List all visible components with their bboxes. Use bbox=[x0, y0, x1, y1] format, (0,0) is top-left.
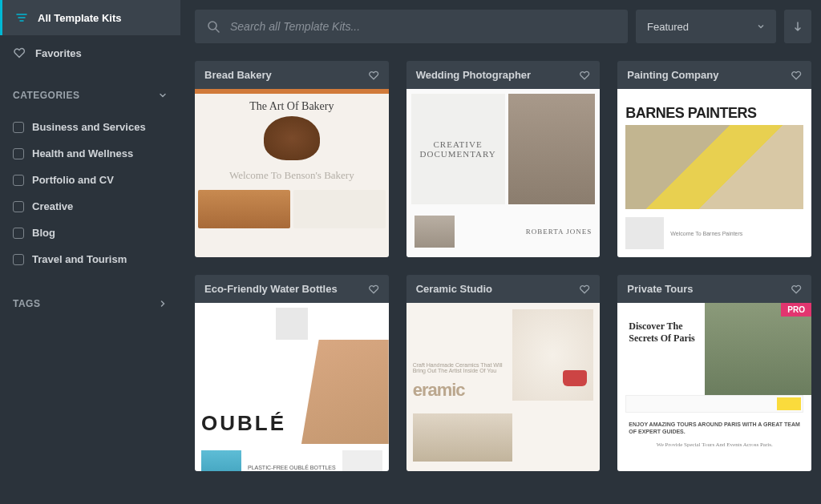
thumb-headline: Secrets Of Paris bbox=[629, 333, 705, 345]
card-title: Bread Bakery bbox=[204, 69, 272, 81]
pro-badge: PRO bbox=[781, 303, 811, 317]
card-title: Private Tours bbox=[627, 283, 693, 295]
category-label: Health and Wellness bbox=[32, 147, 133, 159]
thumb-logo: eramic bbox=[413, 380, 506, 401]
nav-label: All Template Kits bbox=[38, 12, 122, 24]
card-header: Bread Bakery bbox=[195, 61, 389, 89]
card-thumbnail: Craft Handmade Ceramics That Will Bring … bbox=[406, 303, 601, 471]
card-header: Painting Company bbox=[617, 61, 811, 89]
search-icon bbox=[206, 19, 220, 34]
sidebar: All Template Kits Favorites CATEGORIES B… bbox=[0, 0, 180, 504]
categories-section: CATEGORIES Business and Services Health … bbox=[0, 71, 180, 279]
checkbox[interactable] bbox=[13, 254, 24, 265]
template-grid: Bread Bakery The Art Of Bakery Welcome T… bbox=[195, 61, 811, 487]
chevron-right-icon bbox=[158, 299, 168, 308]
nav-favorites[interactable]: Favorites bbox=[0, 35, 180, 71]
card-header: Wedding Photographer bbox=[406, 61, 601, 89]
template-card-wedding-photographer[interactable]: Wedding Photographer CREATIVE DOCUMENTAR… bbox=[406, 61, 601, 257]
section-title: CATEGORIES bbox=[13, 90, 79, 101]
thumb-logo: OUBLÉ bbox=[201, 411, 286, 436]
card-title: Painting Company bbox=[627, 69, 718, 81]
template-card-private-tours[interactable]: Private Tours PRO Discover The Secrets O… bbox=[617, 275, 811, 471]
category-health-wellness[interactable]: Health and Wellness bbox=[13, 140, 168, 167]
favorite-button[interactable] bbox=[368, 70, 379, 81]
card-thumbnail: BARNES PAINTERS Welcome To Barnes Painte… bbox=[617, 89, 811, 257]
thumb-copy: Welcome To Barnes Painters bbox=[670, 231, 742, 236]
sort-value: Featured bbox=[647, 21, 689, 33]
thumb-name: ROBERTA JONES bbox=[459, 228, 592, 236]
heart-icon bbox=[13, 46, 26, 59]
section-title: TAGS bbox=[13, 298, 40, 309]
thumb-copy: PLASTIC-FREE OUBLÉ BOTTLES bbox=[246, 465, 338, 470]
template-card-eco-friendly-water-bottles[interactable]: Eco-Friendly Water Bottles OUBLÉ PLASTIC… bbox=[195, 275, 389, 471]
category-travel-tourism[interactable]: Travel and Tourism bbox=[13, 246, 168, 272]
search-wrap bbox=[195, 10, 628, 43]
category-label: Creative bbox=[32, 200, 73, 212]
category-creative[interactable]: Creative bbox=[13, 193, 168, 220]
favorite-button[interactable] bbox=[368, 284, 379, 295]
thumb-hero-text: The Art Of Bakery bbox=[195, 100, 389, 113]
category-label: Business and Services bbox=[32, 121, 146, 133]
categories-header[interactable]: CATEGORIES bbox=[13, 90, 168, 101]
category-blog[interactable]: Blog bbox=[13, 220, 168, 246]
tags-header[interactable]: TAGS bbox=[13, 298, 168, 309]
arrow-down-icon bbox=[792, 21, 803, 32]
checkbox[interactable] bbox=[13, 148, 24, 159]
template-card-ceramic-studio[interactable]: Ceramic Studio Craft Handmade Ceramics T… bbox=[406, 275, 601, 471]
thumb-copy: ENJOY AMAZING TOURS AROUND PARIS WITH A … bbox=[617, 413, 811, 438]
category-list: Business and Services Health and Wellnes… bbox=[13, 114, 168, 272]
template-card-bread-bakery[interactable]: Bread Bakery The Art Of Bakery Welcome T… bbox=[195, 61, 389, 257]
checkbox[interactable] bbox=[13, 201, 24, 212]
card-thumbnail: PRO Discover The Secrets Of Paris ENJOY … bbox=[617, 303, 811, 471]
category-portfolio-cv[interactable]: Portfolio and CV bbox=[13, 167, 168, 193]
thumb-headline: Discover The bbox=[629, 321, 705, 333]
thumb-welcome-text: Welcome To Benson's Bakery bbox=[195, 164, 389, 187]
topbar: Featured bbox=[195, 10, 811, 43]
main: Featured Bread Bakery The Art Of Ba bbox=[180, 0, 821, 504]
favorite-button[interactable] bbox=[579, 70, 590, 81]
filter-icon bbox=[15, 11, 28, 24]
template-card-painting-company[interactable]: Painting Company BARNES PAINTERS Welcome… bbox=[617, 61, 811, 257]
sidebar-nav: All Template Kits Favorites bbox=[0, 0, 180, 71]
search-input[interactable] bbox=[230, 20, 617, 33]
sort-select[interactable]: Featured bbox=[636, 10, 776, 43]
favorite-button[interactable] bbox=[791, 284, 802, 295]
tags-section: TAGS bbox=[0, 279, 180, 316]
thumb-logo: BARNES PAINTERS bbox=[617, 89, 811, 125]
category-business-services[interactable]: Business and Services bbox=[13, 114, 168, 140]
checkbox[interactable] bbox=[13, 175, 24, 186]
card-header: Ceramic Studio bbox=[406, 275, 601, 303]
card-thumbnail: CREATIVE DOCUMENTARY ROBERTA JONES bbox=[406, 89, 601, 257]
nav-label: Favorites bbox=[35, 47, 82, 59]
checkbox[interactable] bbox=[13, 122, 24, 133]
card-title: Wedding Photographer bbox=[416, 69, 531, 81]
favorite-button[interactable] bbox=[791, 70, 802, 81]
nav-all-template-kits[interactable]: All Template Kits bbox=[0, 0, 180, 35]
card-header: Eco-Friendly Water Bottles bbox=[195, 275, 389, 303]
sort-direction-button[interactable] bbox=[784, 10, 811, 43]
chevron-down-icon bbox=[757, 22, 765, 30]
thumb-headline: CREATIVE DOCUMENTARY bbox=[415, 139, 502, 159]
category-label: Travel and Tourism bbox=[32, 253, 127, 265]
checkbox[interactable] bbox=[13, 228, 24, 239]
chevron-down-icon bbox=[158, 91, 168, 100]
card-thumbnail: The Art Of Bakery Welcome To Benson's Ba… bbox=[195, 89, 389, 257]
card-title: Ceramic Studio bbox=[416, 283, 492, 295]
thumb-foot: We Provide Special Tours And Events Acro… bbox=[617, 438, 811, 451]
card-thumbnail: OUBLÉ PLASTIC-FREE OUBLÉ BOTTLES bbox=[195, 303, 389, 471]
category-label: Blog bbox=[32, 227, 55, 239]
favorite-button[interactable] bbox=[579, 284, 590, 295]
card-header: Private Tours bbox=[617, 275, 811, 303]
card-title: Eco-Friendly Water Bottles bbox=[204, 283, 338, 295]
thumb-copy: Craft Handmade Ceramics That Will Bring … bbox=[413, 362, 506, 373]
category-label: Portfolio and CV bbox=[32, 174, 114, 186]
